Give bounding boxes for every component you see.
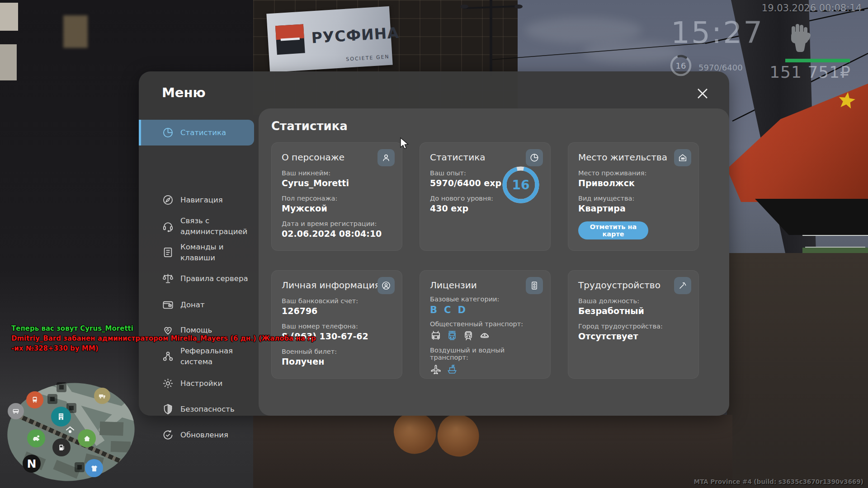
field-value: 02.06.2024 08:04:10: [282, 229, 392, 239]
person-circle-icon: [377, 277, 395, 294]
license-category-d: D: [458, 305, 465, 315]
sidebar-item-statistics[interactable]: Статистика: [139, 120, 254, 145]
license-category-c: C: [444, 305, 451, 315]
lit-doorway: [63, 15, 88, 48]
health-bar: [785, 59, 850, 62]
sidebar-item-label: Команды и клавиши: [180, 242, 224, 263]
sidebar-item-donate[interactable]: Донат: [139, 292, 254, 318]
license-air-icons: [430, 363, 540, 375]
field-value: Безработный: [578, 306, 689, 316]
star-icon: [836, 90, 857, 111]
roof-shadow: [755, 199, 868, 235]
field-label: Дата и время регистрации:: [282, 220, 392, 227]
sidebar-item-security[interactable]: Безопасность: [139, 396, 254, 422]
chat-log: Теперь вас зовут Cyrus_Moretti Dmitriy_B…: [11, 324, 316, 353]
field-label: Вид имущества:: [578, 195, 689, 202]
pie-chart-icon: [526, 149, 543, 166]
ground-bottom: [253, 415, 732, 488]
card-title: Место жительства: [578, 152, 689, 163]
field-label: Ваш банковский счет:: [282, 297, 392, 305]
minimap-tram-icon: [26, 391, 43, 408]
sidebar-item-label: Навигация: [180, 195, 223, 205]
field-value: 5970/6400 exp: [430, 178, 502, 188]
minimap-bus-station-icon: [8, 403, 24, 419]
billboard-subtitle: SOCIETE GEN: [346, 54, 390, 62]
license-air-label: Воздушный и водный транспорт:: [430, 347, 540, 361]
license-category-b: B: [430, 305, 437, 315]
card-employment: Трудоустройство Ваша должность: Безработ…: [568, 270, 699, 379]
cloud: [583, 42, 683, 63]
sidebar-item-navigation[interactable]: Навигация: [139, 187, 254, 213]
card-residence: Место жительства Место проживания: Приво…: [568, 142, 699, 251]
person-icon: [377, 149, 395, 166]
sidebar-item-label: Правила сервера: [180, 273, 248, 284]
train-icon: [462, 330, 474, 342]
minimap-building-block: [111, 441, 131, 453]
license-public-label: Общественный транспорт:: [430, 320, 540, 328]
hud-level-value: 16: [670, 54, 692, 77]
plane-icon: [430, 363, 442, 375]
rusfina-billboard: РУСФИНА SOCIETE GEN: [266, 6, 392, 72]
field-label: Пол персонажа:: [282, 195, 392, 202]
minimap-clothes-shop-icon: [85, 459, 103, 477]
pickaxe-icon: [674, 277, 691, 294]
sidebar-item-label: Безопасность: [180, 404, 235, 414]
minimap-interior-marker: [75, 462, 85, 472]
trolleybus-icon: [430, 330, 442, 342]
sidebar-item-settings[interactable]: Настройки: [139, 371, 254, 396]
scales-icon: [162, 272, 174, 285]
tram-icon: [446, 330, 458, 342]
card-licenses: Лицензии Базовые категории: B C D Общест…: [420, 270, 551, 379]
minimap-north-marker: N: [23, 455, 41, 473]
commands-list-icon: [162, 246, 174, 258]
license-card-icon: [526, 277, 543, 294]
field-label: Место проживания:: [578, 169, 689, 177]
card-statistics: Статистика Ваш опыт: 5970/6400 exp До но…: [420, 142, 551, 251]
build-version-label: MTA Province #4 (build: s3635c3670r1390v…: [694, 478, 863, 485]
sidebar-item-server-rules[interactable]: Правила сервера: [139, 266, 254, 291]
house-icon: [674, 149, 691, 166]
sidebar-item-admin-contact[interactable]: Связь с администрацией: [139, 213, 254, 239]
field-label: Город трудоустройства:: [578, 323, 689, 330]
minimap: N: [5, 380, 137, 484]
sidebar-item-updates[interactable]: Обновления: [139, 422, 254, 448]
sidebar-item-commands-keys[interactable]: Команды и клавиши: [139, 239, 254, 265]
menu-title: Меню: [162, 85, 206, 100]
street-light-pole: [490, 0, 492, 76]
close-icon[interactable]: [696, 87, 709, 100]
ground-right: [727, 253, 868, 488]
sidebar: Статистика Навигация Связь с администрац…: [139, 112, 259, 410]
hud-exp: 5970/6400: [698, 63, 743, 72]
chat-message-ban-2: -их №328+330 by MM): [11, 343, 316, 353]
menu-panel: Меню Статистика Навигация Связь с админи: [139, 71, 729, 416]
field-label: До нового уровня:: [430, 195, 502, 202]
content-title: Статистика: [271, 119, 348, 133]
card-character: О персонаже Ваш никнейм: Cyrus_Moretti П…: [271, 142, 402, 251]
hud-clock: 15:27: [671, 15, 764, 50]
societe-generale-logo: [275, 24, 305, 55]
sidebar-item-label: Статистика: [180, 127, 226, 138]
minimap-building-block: [99, 422, 123, 436]
field-value: Cyrus_Moretti: [282, 178, 392, 188]
ship-icon: [446, 363, 458, 375]
lit-window: [0, 44, 17, 80]
hud-datetime: 19.03.2026 00:08:14: [762, 3, 862, 14]
card-title: О персонаже: [282, 152, 392, 163]
mark-on-map-button[interactable]: Отметить на карте: [578, 221, 648, 239]
shield-icon: [162, 403, 174, 415]
content-panel: Статистика О персонаже Ваш никнейм: Cyru…: [259, 108, 729, 416]
field-value: Получен: [282, 357, 392, 366]
field-value: 126796: [282, 306, 392, 316]
card-title: Личная информация: [282, 280, 392, 291]
guardrail: [802, 235, 868, 247]
minimap-house-icon: [78, 429, 96, 447]
field-label: Ваша должность:: [578, 297, 689, 305]
headset-icon: [162, 220, 174, 232]
field-value: Приволжск: [578, 178, 689, 188]
game-screen: РУСФИНА SOCIETE GEN 19.03.2026 00:08:14 …: [0, 0, 868, 488]
license-public-icons: [430, 330, 540, 342]
sidebar-item-label: Донат: [180, 300, 205, 310]
minimap-truck-icon: [94, 388, 110, 404]
street-lamp: [460, 5, 468, 9]
field-value: Мужской: [282, 203, 392, 213]
